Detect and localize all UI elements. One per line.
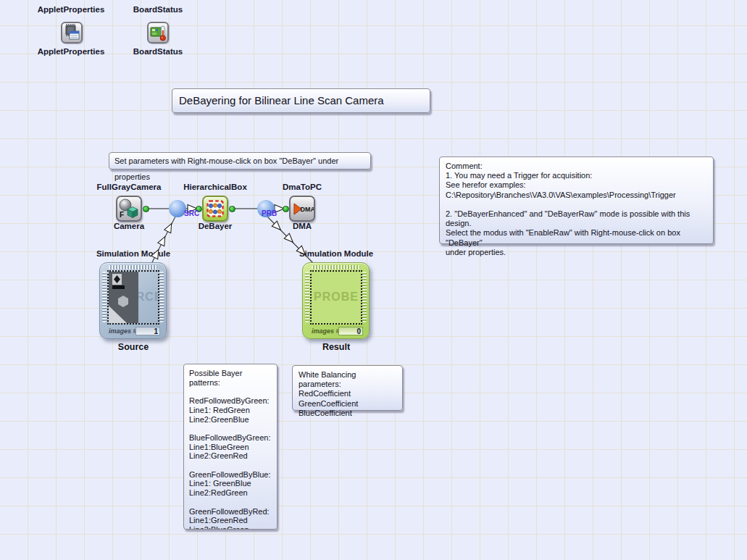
images-count-field[interactable]: 0 [338, 327, 363, 335]
node-type-dmatopc: DmaToPC [244, 183, 360, 191]
parameter-hint-note[interactable]: Set parameters with Right-mouse-click on… [109, 152, 371, 170]
applet-properties-icon [62, 23, 81, 42]
src-link-label: SRC [184, 209, 199, 217]
module-ridge [305, 272, 309, 322]
images-count-field[interactable]: 1 [135, 327, 160, 335]
node-name-dma: DMA [244, 222, 360, 230]
images-count-label: images # [109, 327, 137, 335]
board-status-top-label: BoardStatus [107, 5, 209, 14]
result-image-view[interactable]: PROBE [310, 270, 362, 325]
images-counter-row: images # 1 [107, 327, 160, 336]
applet-properties-top-label: AppletProperties [20, 5, 122, 14]
debayer-output-port[interactable] [229, 206, 235, 212]
camera-icon: F [117, 197, 141, 220]
comment-note[interactable]: Comment: 1. You may need a Trigger for a… [439, 156, 714, 244]
module-ridge [102, 272, 107, 322]
debayer-node[interactable] [202, 196, 228, 222]
module-ridge [159, 272, 164, 322]
camera-output-port[interactable] [143, 206, 149, 212]
prb-link-label: PRB [262, 209, 277, 217]
dma-input-port[interactable] [283, 206, 289, 212]
board-status-node[interactable] [147, 22, 169, 43]
design-title-text: DeBayering for Bilinear Line Scan Camera [179, 94, 384, 106]
board-status-bottom-label: BoardStatus [107, 47, 209, 56]
camera-node[interactable]: F [116, 196, 142, 222]
source-caption: Source [75, 342, 191, 352]
result-caption: Result [278, 342, 394, 352]
board-status-icon [149, 23, 167, 42]
dma-icon: DMA [291, 197, 314, 220]
source-sim-module[interactable]: SOURCE images # 1 [99, 262, 167, 339]
hierarchical-box-icon [204, 197, 227, 220]
applet-properties-node[interactable] [61, 22, 83, 43]
arrowhead-icon [284, 233, 296, 245]
module-ridge [312, 265, 360, 269]
source-image-view[interactable]: SOURCE [107, 270, 159, 325]
white-balancing-note[interactable]: White Balancing parameters: RedCoefficie… [292, 365, 403, 411]
design-canvas[interactable]: AppletProperties AppletProperties BoardS… [0, 0, 747, 560]
module-ridge [362, 272, 367, 322]
source-thumbnail-image [109, 272, 138, 323]
parameter-hint-text: Set parameters with Right-mouse-click on… [114, 156, 338, 181]
result-watermark: PROBE [312, 291, 361, 304]
result-sim-header: Simulation Module [278, 249, 394, 258]
applet-properties-bottom-label: AppletProperties [20, 47, 122, 56]
dma-icon-text: DMA [301, 206, 314, 213]
images-count-label: images # [312, 327, 340, 335]
design-title-note[interactable]: DeBayering for Bilinear Line Scan Camera [172, 88, 430, 113]
source-sim-header: Simulation Module [75, 249, 191, 258]
arrowhead-icon [158, 235, 168, 246]
camera-icon-letter: F [120, 211, 124, 219]
dma-node[interactable]: DMA [289, 196, 315, 222]
images-counter-row: images # 0 [310, 327, 363, 336]
module-ridge [109, 265, 157, 269]
bayer-patterns-note[interactable]: Possible Bayer patterns: RedFollowedByGr… [183, 364, 277, 530]
result-sim-module[interactable]: PROBE images # 0 [302, 262, 370, 339]
